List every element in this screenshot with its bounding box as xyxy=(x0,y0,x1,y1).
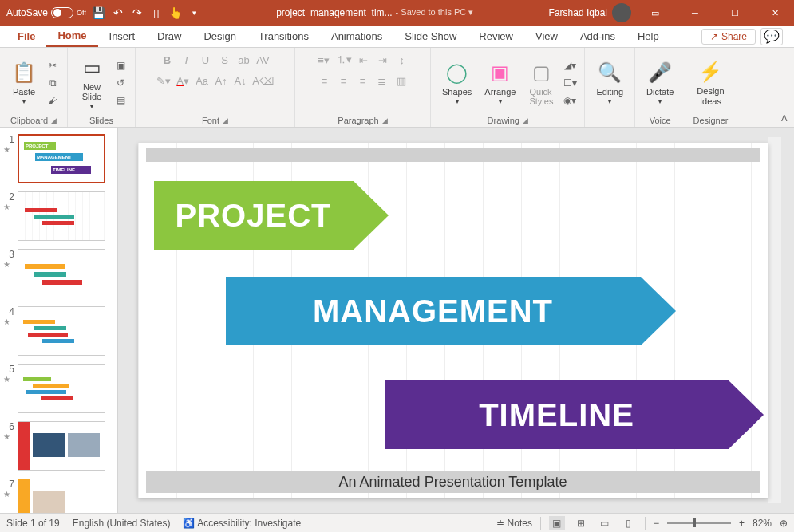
clear-format-button[interactable]: A⌫ xyxy=(251,72,275,89)
cut-icon[interactable]: ✂ xyxy=(45,57,61,73)
highlight-button[interactable]: ✎▾ xyxy=(155,72,172,89)
notes-button[interactable]: ≐ Notes xyxy=(496,518,532,529)
arrange-button[interactable]: ▣ Arrange ▾ xyxy=(480,57,520,108)
strikethrough-button[interactable]: S xyxy=(216,51,234,69)
redo-icon[interactable]: ↷ xyxy=(131,6,144,19)
language-status[interactable]: English (United States) xyxy=(73,518,171,529)
tab-design[interactable]: Design xyxy=(192,26,247,47)
slide-sorter-icon[interactable]: ⊞ xyxy=(573,516,589,530)
shadow-button[interactable]: ab xyxy=(235,51,253,69)
thumbnail-3[interactable]: 3★ xyxy=(3,249,114,298)
comments-button[interactable]: 💬 xyxy=(760,28,783,45)
tab-transitions[interactable]: Transitions xyxy=(247,26,320,47)
italic-button[interactable]: I xyxy=(178,51,196,69)
reading-view-icon[interactable]: ▭ xyxy=(597,516,613,530)
format-painter-icon[interactable]: 🖌 xyxy=(45,93,61,108)
shape-outline-icon[interactable]: ☐▾ xyxy=(562,75,578,91)
arrow-timeline[interactable]: TIMELINE xyxy=(385,380,764,449)
align-right-button[interactable]: ≡ xyxy=(354,72,372,89)
slide-canvas[interactable]: PROJECT MANAGEMENT TIMELINE An Animated … xyxy=(138,143,768,498)
undo-icon[interactable]: ↶ xyxy=(112,6,124,19)
decrease-font-button[interactable]: A↓ xyxy=(231,72,249,89)
bold-button[interactable]: B xyxy=(159,51,176,69)
zoom-in-button[interactable]: + xyxy=(739,518,745,529)
tab-home[interactable]: Home xyxy=(46,26,97,47)
change-case-button[interactable]: Aa xyxy=(193,72,211,89)
thumbnail-5[interactable]: 5★ xyxy=(3,364,114,413)
vertical-scrollbar[interactable] xyxy=(768,137,781,503)
font-launcher-icon[interactable]: ◢ xyxy=(223,116,228,124)
accessibility-status[interactable]: ♿ Accessibility: Investigate xyxy=(183,518,301,529)
thumbnail-6[interactable]: 6★ xyxy=(3,421,114,471)
slideshow-view-icon[interactable]: ▯ xyxy=(621,516,637,530)
normal-view-icon[interactable]: ▣ xyxy=(549,516,565,530)
thumbnail-1[interactable]: 1★ PROJECT MANAGEMENT TIMELINE xyxy=(3,134,114,183)
maximize-button[interactable]: ☐ xyxy=(719,0,751,26)
layout-icon[interactable]: ▣ xyxy=(113,57,128,73)
tab-help[interactable]: Help xyxy=(626,26,670,47)
slide-top-bar xyxy=(146,148,760,162)
thumbnail-4[interactable]: 4★ xyxy=(3,306,114,356)
thumbnail-7[interactable]: 7★ xyxy=(3,479,114,513)
design-ideas-button[interactable]: ⚡ DesignIdeas xyxy=(692,56,729,108)
paragraph-launcher-icon[interactable]: ◢ xyxy=(382,116,388,124)
indent-decrease-button[interactable]: ⇤ xyxy=(355,51,373,69)
tab-file[interactable]: File xyxy=(6,26,46,47)
columns-button[interactable]: ▥ xyxy=(393,72,410,89)
slide-counter[interactable]: Slide 1 of 19 xyxy=(6,518,60,529)
numbering-button[interactable]: ⒈▾ xyxy=(334,51,354,69)
zoom-slider[interactable] xyxy=(667,522,731,524)
quick-styles-button[interactable]: ▢ QuickStyles xyxy=(523,57,559,109)
close-button[interactable]: ✕ xyxy=(759,0,791,26)
bullets-button[interactable]: ≡▾ xyxy=(315,51,333,69)
increase-font-button[interactable]: A↑ xyxy=(212,72,230,89)
tab-view[interactable]: View xyxy=(524,26,569,47)
clipboard-launcher-icon[interactable]: ◢ xyxy=(51,116,57,124)
tab-review[interactable]: Review xyxy=(468,26,524,47)
arrow-project[interactable]: PROJECT xyxy=(154,181,389,250)
shapes-button[interactable]: ◯ Shapes ▾ xyxy=(437,57,476,108)
new-slide-button[interactable]: ▭ NewSlide ▾ xyxy=(74,52,109,113)
font-color-button[interactable]: A▾ xyxy=(174,72,192,89)
zoom-level[interactable]: 82% xyxy=(753,518,772,529)
minimize-button[interactable]: ─ xyxy=(679,0,711,26)
arrow-management[interactable]: MANAGEMENT xyxy=(226,277,676,345)
justify-button[interactable]: ≣ xyxy=(373,72,391,89)
section-icon[interactable]: ▤ xyxy=(113,93,128,108)
shape-fill-icon[interactable]: ◢▾ xyxy=(562,57,578,73)
tab-slide-show[interactable]: Slide Show xyxy=(393,26,468,47)
align-center-button[interactable]: ≡ xyxy=(335,72,353,89)
editing-button[interactable]: 🔍 Editing ▾ xyxy=(591,57,628,108)
tab-draw[interactable]: Draw xyxy=(146,26,192,47)
tab-insert[interactable]: Insert xyxy=(98,26,147,47)
save-icon[interactable]: 💾 xyxy=(93,6,105,19)
reset-icon[interactable]: ↺ xyxy=(113,75,128,91)
new-slide-icon: ▭ xyxy=(79,55,105,81)
char-spacing-button[interactable]: AV xyxy=(255,51,272,69)
slide-subtitle[interactable]: An Animated Presentation Template xyxy=(146,471,760,493)
thumbnail-2[interactable]: 2★ xyxy=(3,191,114,241)
share-button[interactable]: ↗ Share xyxy=(701,29,756,45)
dictate-button[interactable]: 🎤 Dictate ▾ xyxy=(642,57,678,108)
line-spacing-button[interactable]: ↕ xyxy=(393,51,411,69)
paste-button[interactable]: 📋 Paste ▾ xyxy=(6,57,41,108)
autosave-toggle[interactable]: AutoSave Off xyxy=(6,7,86,18)
qat-dropdown-icon[interactable]: ▾ xyxy=(188,6,201,19)
tab-animations[interactable]: Animations xyxy=(320,26,393,47)
align-left-button[interactable]: ≡ xyxy=(316,72,334,89)
fit-to-window-icon[interactable]: ⊕ xyxy=(780,518,788,529)
shape-effects-icon[interactable]: ◉▾ xyxy=(562,93,578,108)
collapse-ribbon-icon[interactable]: ᐱ xyxy=(781,113,788,124)
tab-add-ins[interactable]: Add-ins xyxy=(569,26,626,47)
underline-button[interactable]: U xyxy=(197,51,215,69)
indent-increase-button[interactable]: ⇥ xyxy=(374,51,392,69)
ribbon-display-icon[interactable]: ▭ xyxy=(639,0,671,26)
touch-mode-icon[interactable]: 👆 xyxy=(169,6,182,19)
copy-icon[interactable]: ⧉ xyxy=(45,75,61,91)
drawing-launcher-icon[interactable]: ◢ xyxy=(523,116,528,124)
save-status[interactable]: - Saved to this PC ▾ xyxy=(396,7,474,18)
zoom-out-button[interactable]: − xyxy=(654,518,659,529)
slideshow-start-icon[interactable]: ▯ xyxy=(150,6,163,19)
accessibility-icon: ♿ xyxy=(183,518,195,529)
user-account[interactable]: Farshad Iqbal xyxy=(549,3,631,22)
